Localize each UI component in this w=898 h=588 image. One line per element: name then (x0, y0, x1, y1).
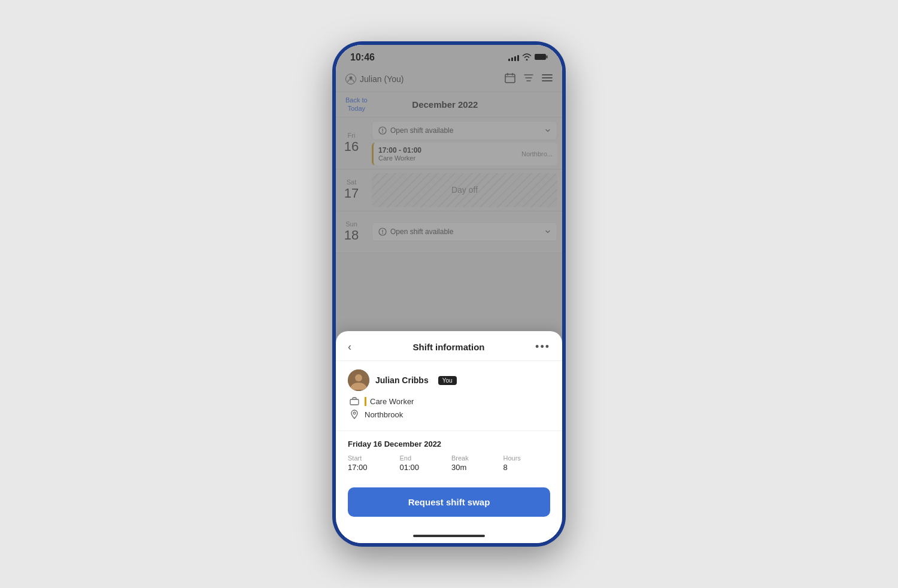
shift-detail-section: Friday 16 December 2022 Start 17:00 End … (336, 431, 562, 480)
avatar (348, 369, 369, 391)
svg-point-19 (353, 412, 356, 414)
home-bar (413, 535, 485, 537)
employee-row: Julian Cribbs You (348, 369, 550, 391)
sheet-back-button[interactable]: ‹ (348, 341, 362, 353)
end-cell: End 01:00 (400, 454, 447, 472)
end-value: 01:00 (400, 463, 447, 472)
shift-times-grid: Start 17:00 End 01:00 Break 30m Hours 8 (348, 454, 550, 472)
hours-label: Hours (503, 454, 551, 462)
svg-rect-18 (350, 399, 359, 405)
role-row: Care Worker (348, 396, 550, 407)
location-row: Northbrook (348, 409, 550, 420)
you-badge: You (438, 376, 457, 385)
break-label: Break (451, 454, 499, 462)
role-text: Care Worker (365, 397, 414, 406)
sheet-title: Shift information (413, 342, 485, 352)
phone-frame: 10:46 (332, 41, 566, 547)
home-indicator (336, 529, 562, 543)
employee-name: Julian Cribbs (375, 375, 429, 385)
end-label: End (400, 454, 447, 462)
start-value: 17:00 (348, 463, 395, 472)
request-btn-area: Request shift swap (336, 480, 562, 529)
start-label: Start (348, 454, 395, 462)
sheet-header: ‹ Shift information ••• (336, 331, 562, 361)
svg-point-17 (355, 374, 362, 381)
bottom-sheet: ‹ Shift information ••• Julian Cribbs Yo (336, 331, 562, 543)
phone-screen: 10:46 (336, 45, 562, 543)
location-text: Northbrook (365, 410, 403, 419)
location-icon (349, 409, 360, 420)
sheet-more-button[interactable]: ••• (535, 341, 550, 353)
briefcase-icon (349, 396, 360, 407)
hours-cell: Hours 8 (503, 454, 551, 472)
request-shift-swap-button[interactable]: Request shift swap (348, 487, 550, 517)
hours-value: 8 (503, 463, 551, 472)
employee-section: Julian Cribbs You Care Worker (336, 361, 562, 431)
break-value: 30m (451, 463, 499, 472)
break-cell: Break 30m (451, 454, 499, 472)
start-cell: Start 17:00 (348, 454, 395, 472)
shift-date: Friday 16 December 2022 (348, 440, 550, 448)
